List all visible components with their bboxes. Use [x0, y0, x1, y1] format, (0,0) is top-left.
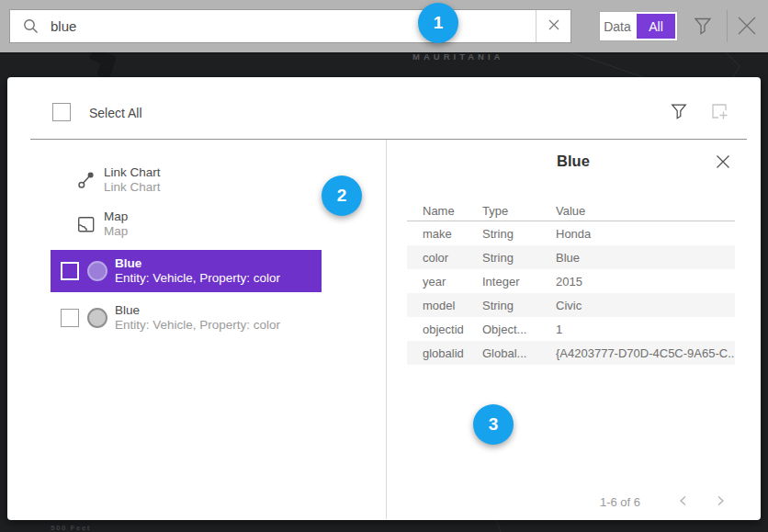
table-header: Name Type Value	[407, 200, 735, 221]
annotation-badge-3: 3	[473, 404, 514, 445]
table-row: model String Civic	[407, 293, 735, 317]
column-header: Value	[556, 204, 735, 218]
content-divider	[386, 140, 387, 519]
toolbar-close-button[interactable]	[734, 14, 760, 40]
cell-type: String	[482, 251, 556, 265]
select-all-checkbox[interactable]	[52, 103, 71, 121]
table-row: color String Blue	[407, 245, 735, 269]
filter-funnel-icon	[670, 109, 688, 123]
map-label-mauritania: MAURITANIA	[412, 51, 503, 62]
list-item-blue[interactable]: Blue Entity: Vehicle, Property: color	[51, 300, 322, 336]
table-row: objectid Object... 1	[407, 317, 735, 341]
column-header: Type	[482, 204, 556, 218]
item-subtitle: Entity: Vehicle, Property: color	[115, 318, 280, 333]
list-item-link-chart[interactable]: Link Chart Link Chart	[77, 162, 161, 198]
chevron-left-icon	[677, 496, 690, 510]
search-box[interactable]	[9, 9, 571, 43]
add-to-selection-button[interactable]	[708, 100, 730, 122]
cell-name: globalid	[423, 346, 482, 360]
cell-value: 1	[556, 323, 735, 336]
cell-type: String	[482, 299, 556, 312]
item-checkbox[interactable]	[61, 309, 79, 327]
cell-value: Blue	[556, 251, 735, 265]
item-subtitle: Entity: Vehicle, Property: color	[115, 271, 280, 286]
cell-name: year	[423, 275, 482, 289]
close-x-icon	[735, 27, 759, 40]
toolbar-divider	[727, 10, 728, 42]
filter-funnel-icon	[693, 25, 713, 39]
app-screen: WESTER MAURITANIA 500 Feet Data All	[0, 0, 768, 532]
search-toolbar: Data All	[0, 0, 768, 52]
clear-x-icon	[548, 19, 559, 33]
cell-type: Integer	[482, 275, 556, 289]
search-input[interactable]	[39, 10, 536, 42]
data-all-toggle: Data All	[599, 11, 678, 41]
list-item-blue-selected[interactable]: Blue Entity: Vehicle, Property: color	[51, 250, 322, 292]
header-divider	[30, 139, 747, 140]
annotation-badge-2: 2	[322, 175, 362, 216]
toggle-option-all[interactable]: All	[637, 14, 675, 39]
list-item-map[interactable]: Map Map	[77, 206, 128, 243]
item-title: Map	[104, 209, 128, 224]
map-icon	[77, 215, 96, 233]
toggle-option-data[interactable]: Data	[600, 12, 635, 40]
cell-value: {A4203777-D70D-4C5C-9A65-C...	[556, 346, 735, 360]
results-panel: Select All Link Chart Link Chart	[7, 77, 761, 520]
entity-circle-icon	[87, 261, 107, 281]
search-icon	[23, 18, 39, 34]
cell-value: Honda	[556, 227, 735, 241]
cell-name: objectid	[423, 323, 482, 336]
pagination-next-button[interactable]	[711, 492, 729, 511]
close-x-icon	[716, 158, 730, 172]
cell-name: make	[423, 227, 482, 241]
pagination-prev-button[interactable]	[674, 492, 693, 511]
cell-type: Object...	[482, 323, 556, 336]
cell-name: color	[423, 251, 482, 265]
cell-value: Civic	[556, 299, 735, 312]
item-title: Blue	[115, 256, 280, 271]
detail-title: Blue	[386, 153, 761, 170]
table-row: year Integer 2015	[407, 269, 735, 293]
toolbar-filter-button[interactable]	[693, 16, 713, 36]
add-selection-icon	[708, 111, 730, 125]
cell-type: String	[482, 227, 556, 241]
column-header: Name	[423, 204, 482, 218]
annotation-badge-1: 1	[418, 3, 458, 43]
chevron-right-icon	[714, 496, 727, 510]
item-checkbox[interactable]	[61, 262, 79, 280]
select-all-label: Select All	[89, 106, 142, 120]
cell-value: 2015	[556, 275, 735, 289]
pagination-label: 1-6 of 6	[570, 495, 671, 509]
table-row: make String Honda	[407, 221, 735, 245]
item-title: Blue	[115, 303, 280, 318]
panel-filter-button[interactable]	[670, 102, 688, 120]
detail-close-button[interactable]	[714, 153, 732, 172]
entity-circle-icon	[87, 308, 107, 328]
link-chart-icon	[77, 171, 96, 189]
map-scale-label: 500 Feet	[51, 524, 91, 532]
item-subtitle: Link Chart	[104, 180, 161, 195]
item-subtitle: Map	[104, 224, 128, 239]
search-clear-button[interactable]	[536, 10, 570, 42]
properties-table: Name Type Value make String Honda color …	[407, 200, 735, 365]
item-title: Link Chart	[104, 165, 161, 180]
cell-name: model	[423, 299, 482, 312]
cell-type: Global...	[482, 346, 556, 360]
table-row: globalid Global... {A4203777-D70D-4C5C-9…	[407, 341, 735, 365]
